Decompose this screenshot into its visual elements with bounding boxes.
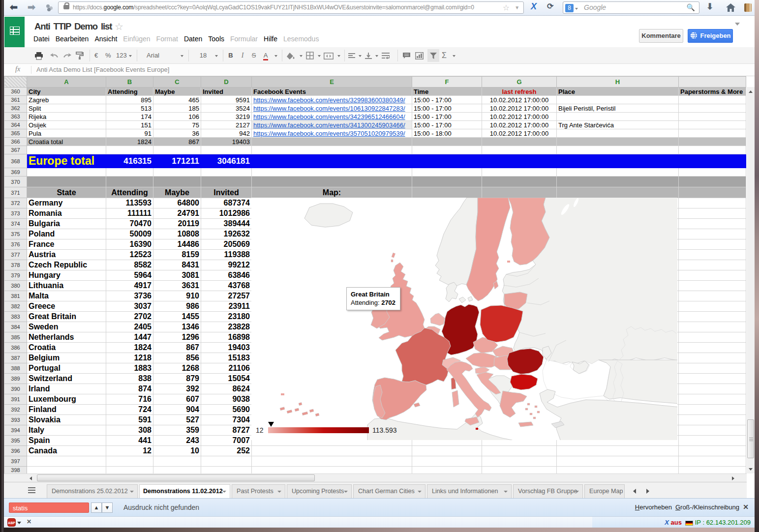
svg-text:12: 12 [256,426,264,434]
svg-text:113.593: 113.593 [372,426,397,434]
